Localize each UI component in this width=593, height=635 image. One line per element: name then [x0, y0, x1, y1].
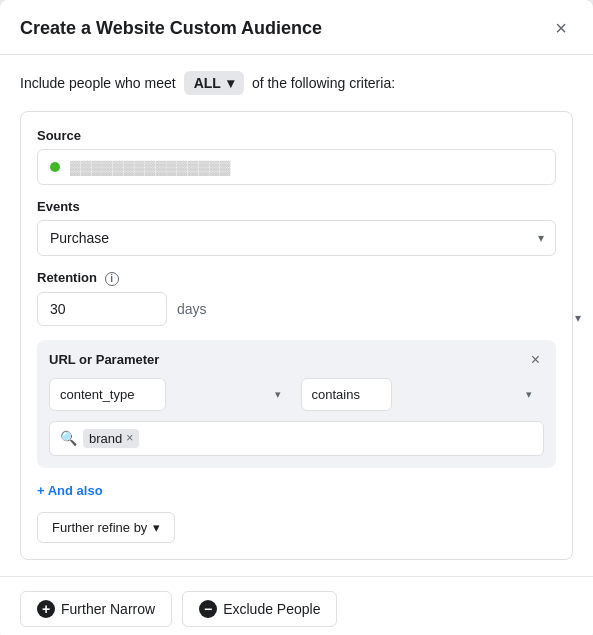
- filter-field-wrapper: content_type ▾: [49, 378, 293, 411]
- events-select[interactable]: Purchase: [37, 220, 556, 256]
- condition-wrapper: contains ▾: [301, 378, 545, 411]
- further-narrow-plus-icon: +: [37, 600, 55, 618]
- exclude-people-button[interactable]: − Exclude People: [182, 591, 337, 627]
- source-dropdown[interactable]: ▓▓▓▓▓▓▓▓▓▓▓▓▓▓▓ ▾: [37, 149, 556, 185]
- source-value: ▓▓▓▓▓▓▓▓▓▓▓▓▓▓▓: [70, 159, 543, 175]
- filter-field-arrow-icon: ▾: [275, 388, 281, 401]
- criteria-suffix: of the following criteria:: [252, 75, 395, 91]
- condition-arrow-icon: ▾: [526, 388, 532, 401]
- criteria-prefix: Include people who meet: [20, 75, 176, 91]
- source-status-dot: [50, 162, 60, 172]
- all-dropdown[interactable]: ALL ▾: [184, 71, 244, 95]
- modal-header: Create a Website Custom Audience ×: [0, 0, 593, 55]
- source-arrow-icon: ▾: [575, 311, 581, 325]
- exclude-people-minus-icon: −: [199, 600, 217, 618]
- further-narrow-label: Further Narrow: [61, 601, 155, 617]
- url-param-header: URL or Parameter ×: [49, 352, 544, 368]
- further-refine-button[interactable]: Further refine by ▾: [37, 512, 175, 543]
- further-narrow-button[interactable]: + Further Narrow: [20, 591, 172, 627]
- filter-row: content_type ▾ contains ▾: [49, 378, 544, 411]
- search-tag-row: 🔍 brand ×: [49, 421, 544, 456]
- search-icon: 🔍: [60, 430, 77, 446]
- further-refine-wrapper: Further refine by ▾: [37, 512, 556, 543]
- source-label: Source: [37, 128, 556, 143]
- retention-label: Retention i: [37, 270, 556, 286]
- and-also-link[interactable]: + And also: [37, 483, 103, 498]
- filter-field-select[interactable]: content_type: [49, 378, 166, 411]
- further-refine-arrow-icon: ▾: [153, 520, 160, 535]
- url-param-close-button[interactable]: ×: [527, 352, 544, 368]
- exclude-people-label: Exclude People: [223, 601, 320, 617]
- all-dropdown-arrow: ▾: [227, 75, 234, 91]
- further-refine-label: Further refine by: [52, 520, 147, 535]
- close-button[interactable]: ×: [549, 16, 573, 40]
- retention-days-label: days: [177, 301, 207, 317]
- retention-input[interactable]: [37, 292, 167, 326]
- tag-remove-button[interactable]: ×: [126, 432, 133, 444]
- criteria-header: Include people who meet ALL ▾ of the fol…: [20, 71, 573, 95]
- retention-row: days: [37, 292, 556, 326]
- tag-brand: brand ×: [83, 429, 139, 448]
- events-label: Events: [37, 199, 556, 214]
- events-select-wrapper: Purchase ▾: [37, 220, 556, 256]
- modal-container: Create a Website Custom Audience × Inclu…: [0, 0, 593, 635]
- modal-body: Include people who meet ALL ▾ of the fol…: [0, 55, 593, 576]
- url-param-box: URL or Parameter × content_type ▾ contai…: [37, 340, 556, 468]
- condition-select[interactable]: contains: [301, 378, 392, 411]
- retention-info-icon: i: [105, 272, 119, 286]
- tag-value: brand: [89, 431, 122, 446]
- all-dropdown-label: ALL: [194, 75, 221, 91]
- modal-footer: + Further Narrow − Exclude People: [0, 576, 593, 635]
- criteria-card: Source ▓▓▓▓▓▓▓▓▓▓▓▓▓▓▓ ▾ Events Purchase…: [20, 111, 573, 560]
- modal-title: Create a Website Custom Audience: [20, 18, 322, 39]
- url-param-title: URL or Parameter: [49, 352, 159, 367]
